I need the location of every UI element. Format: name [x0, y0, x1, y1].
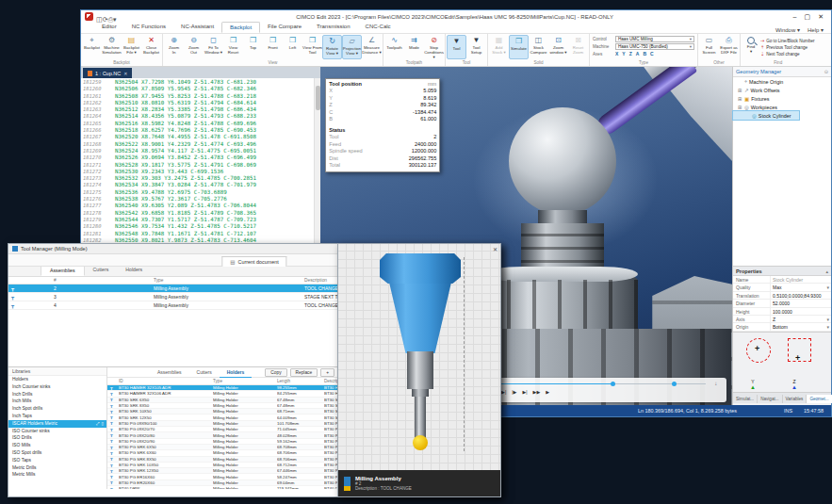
progress-slider[interactable]: ↓	[483, 382, 719, 385]
geometry-tree-item[interactable]: ⊞◎Workpieces	[733, 103, 831, 111]
library-item[interactable]: ISCAR Holders Metric⤢▯	[8, 420, 106, 428]
library-item[interactable]: ISO Mills⤢▯	[8, 442, 106, 449]
property-value[interactable]: 0.5100;0.0000;84.9300	[771, 292, 831, 299]
library-item[interactable]: Inch Taps⤢▯	[8, 413, 106, 420]
ribbon-tab[interactable]: File Compare	[260, 22, 309, 33]
library-item[interactable]: Inch Spot drills⤢▯	[8, 405, 106, 413]
library-tab[interactable]: Holders	[220, 367, 253, 378]
ribbon-button[interactable]: ❒Left	[283, 35, 302, 59]
progress-handle[interactable]	[611, 382, 615, 386]
ribbon-button[interactable]: ⌖Backplot	[82, 35, 102, 59]
ribbon-button[interactable]: ⊘Stop Conditions ▾	[424, 35, 444, 59]
ribbon-button[interactable]: ⊖Zoom Out	[184, 35, 204, 59]
library-item[interactable]: Holders⤢▯	[8, 376, 106, 383]
machine-dropdown[interactable]: Haas UMC-750 (Bundled)▾	[615, 43, 694, 50]
library-item[interactable]: Metric Mills⤢▯	[8, 471, 106, 479]
library-item[interactable]: Inch Counter sinks⤢▯	[8, 383, 106, 391]
playback-button[interactable]: ▶	[546, 389, 549, 396]
close-icon[interactable]: ✕	[493, 246, 498, 252]
close-icon[interactable]: ✕	[818, 12, 824, 21]
axis-letter[interactable]: C	[650, 51, 654, 57]
library-item[interactable]: ISO Taps⤢▯	[8, 457, 106, 464]
delete-icon[interactable]: ▯	[102, 420, 104, 428]
library-item[interactable]: ISO Counter sinks⤢▯	[8, 428, 106, 435]
library-tab[interactable]: Cutters	[189, 367, 220, 378]
panel-tab[interactable]: Variables	[783, 395, 808, 403]
ribbon-tab[interactable]: NC Functions	[124, 22, 173, 33]
panel-tab[interactable]: Simulat...	[733, 395, 758, 403]
library-item[interactable]: ISO Spot drills⤢▯	[8, 449, 106, 457]
ribbon-tab[interactable]: NC-Assistant	[173, 22, 221, 33]
ribbon-button[interactable]: ❒View Reset	[223, 35, 243, 59]
library-item[interactable]: ISO Drills⤢▯	[8, 434, 106, 442]
ribbon-tab[interactable]: Editor	[94, 22, 124, 33]
ribbon-button[interactable]: ▭Full Screen	[699, 35, 719, 59]
axis-letter[interactable]: B	[643, 51, 646, 57]
maximize-icon[interactable]: ▢	[805, 12, 811, 21]
find-button[interactable]: Find ▾	[742, 35, 760, 59]
axis-letter[interactable]: A	[636, 51, 640, 57]
ribbon-button[interactable]: ▱Projection View ▾	[342, 35, 362, 59]
tab-close-icon[interactable]: ✕	[123, 71, 127, 76]
tree-expander-icon[interactable]: ⊞	[737, 105, 742, 110]
control-dropdown[interactable]: Haas UMC Milling▾	[615, 36, 694, 42]
geometry-tree-item[interactable]: ⌖Machine Origin	[733, 77, 831, 86]
library-action-button[interactable]: Copy	[265, 368, 286, 377]
playback-button[interactable]: |▶	[512, 389, 516, 396]
download-icon[interactable]: ↓	[714, 381, 717, 386]
property-value[interactable]: 52.0000	[771, 300, 831, 306]
scroll-up-icon[interactable]: ▴	[825, 268, 828, 274]
ribbon-tab[interactable]: Backplot	[221, 22, 260, 33]
property-value[interactable]: Z▾	[771, 316, 831, 322]
current-document-tab[interactable]: ▤ Current document	[221, 256, 286, 267]
ribbon-button[interactable]: ❒Front	[263, 35, 283, 59]
library-item[interactable]: Metric Drills⤢▯	[8, 464, 106, 472]
ribbon-button[interactable]: ❒Top	[243, 35, 263, 59]
ribbon-button[interactable]: ↻Rotate View ▾	[322, 35, 342, 59]
find-menu-item[interactable]: ⇢Go to Line/Block Number	[760, 38, 815, 43]
panel-tab[interactable]: Geomet...	[807, 395, 832, 403]
ribbon-button[interactable]: ⊕Zoom In	[164, 35, 184, 59]
ribbon-button[interactable]: ▤Backplot File ▾	[122, 35, 141, 59]
find-menu-item[interactable]: ⇡Previous Tool change	[760, 44, 815, 50]
ribbon-button[interactable]: ⎙Export as DXF File	[719, 35, 739, 59]
playback-button[interactable]: ▶|	[522, 389, 527, 396]
library-action-button[interactable]: Replace	[290, 368, 318, 377]
library-tab[interactable]: Assemblies	[150, 367, 189, 378]
speed-handle[interactable]	[672, 382, 677, 386]
ribbon-button[interactable]: ▼Tool	[447, 35, 466, 59]
menu-item[interactable]: Window ▾	[775, 26, 800, 33]
ribbon-button[interactable]: ✕Close Backplot	[141, 35, 161, 59]
axis-letter[interactable]: X	[615, 51, 618, 57]
library-item[interactable]: Inch Mills⤢▯	[8, 398, 106, 405]
panel-tab[interactable]: Navigat...	[758, 395, 782, 403]
ribbon-button[interactable]: ▦Add Stock ▾	[489, 35, 509, 59]
minimize-icon[interactable]: –	[793, 12, 797, 21]
ribbon-tab[interactable]: CNC-Calc	[358, 22, 399, 33]
geometry-tree-item[interactable]: ◎Stock Cylinder	[733, 111, 799, 120]
ribbon-button[interactable]: ⚙Machine Simulation	[102, 35, 122, 59]
geometry-tree-item[interactable]: ⊞▣Fixtures	[733, 94, 831, 103]
ribbon-button[interactable]: ⊠Reset Zoom	[568, 35, 588, 59]
expand-icon[interactable]: ⤢	[96, 420, 100, 428]
cimco-logo-icon[interactable]	[85, 12, 93, 21]
ribbon-button[interactable]: ∠Measure Distance ▾	[362, 35, 382, 59]
axis-letter[interactable]: Z	[629, 51, 632, 57]
ribbon-button[interactable]: ▼Tool Setup	[466, 35, 486, 59]
pin-icon[interactable]: ⊙	[824, 69, 828, 74]
ribbon-button[interactable]: ❒View From Tool	[302, 35, 322, 59]
ribbon-button[interactable]: ❒Simulate	[509, 35, 529, 59]
property-value[interactable]: Max▾	[771, 284, 831, 290]
property-value[interactable]: 100.0000	[771, 308, 831, 315]
property-value[interactable]: Stock Cylinder	[771, 276, 831, 283]
axis-letter[interactable]: Y	[622, 51, 625, 57]
property-value[interactable]: Bottom▾	[771, 323, 831, 330]
document-tab[interactable]: 1 : Cup.NC ✕	[83, 68, 132, 78]
menu-item[interactable]: Help ▾	[808, 26, 824, 33]
ribbon-button[interactable]: ∿Toolpath	[384, 35, 404, 59]
tree-expander-icon[interactable]: ⊞	[737, 88, 742, 93]
find-menu-item[interactable]: ⇣Next Tool change	[760, 51, 815, 57]
library-action-button[interactable]: +	[320, 368, 334, 377]
ribbon-button[interactable]: ⇉Mode	[404, 35, 424, 59]
geometry-tree-item[interactable]: ⊞↗Work Offsets	[733, 86, 831, 94]
